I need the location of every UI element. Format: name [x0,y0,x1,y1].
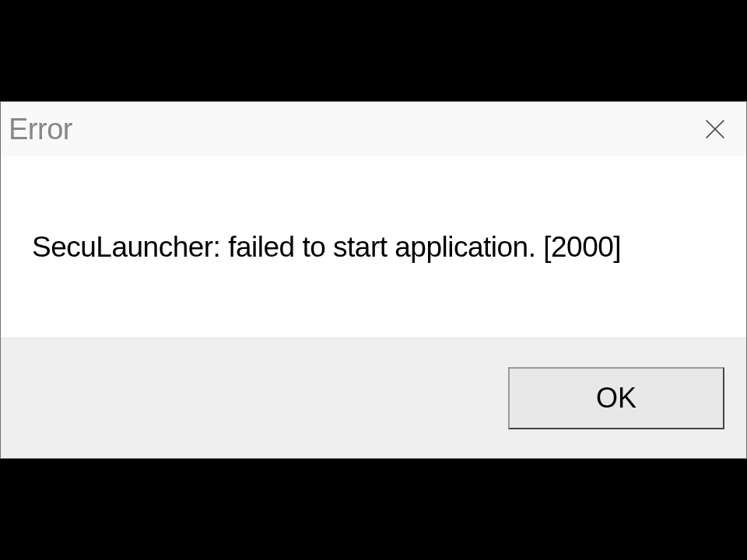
ok-button[interactable]: OK [508,367,724,429]
error-dialog: Error SecuLauncher: failed to start appl… [0,101,747,459]
button-bar: OK [1,338,746,458]
title-bar: Error [1,102,746,156]
error-message: SecuLauncher: failed to start applicatio… [32,231,621,264]
dialog-title: Error [9,113,72,146]
close-icon [702,116,728,142]
close-button[interactable] [696,110,734,148]
content-area: SecuLauncher: failed to start applicatio… [1,156,746,338]
